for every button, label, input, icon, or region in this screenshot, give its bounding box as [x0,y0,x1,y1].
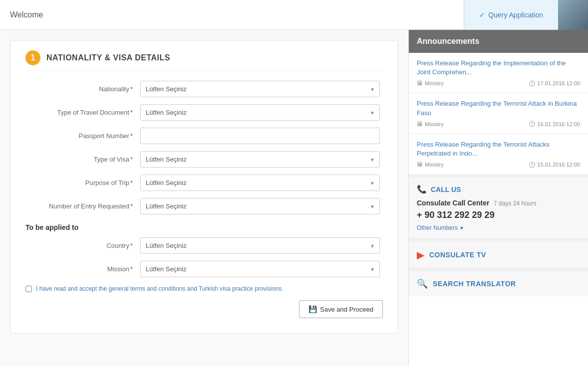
country-select[interactable]: Lütfen Seçiniz [140,237,380,254]
purpose-select-wrapper: Lütfen Seçiniz [140,175,380,191]
form-card: 1 NATIONALITY & VISA DETAILS Nationality… [10,40,398,334]
visa-type-label: Type of Visa* [25,156,140,163]
call-us-section: 📞 CALL US Consulate Call Center 7 days 2… [409,178,588,239]
passport-input[interactable] [140,128,380,144]
date-3: 🕐 15.01.2016 12:00 [529,162,580,168]
clock-icon-3: 🕐 [529,162,536,168]
announcement-item-1[interactable]: Press Release Regarding the Implementati… [409,53,588,93]
button-row: 💾 Save and Proceed [25,300,383,318]
query-application-tab[interactable]: ✓ Query Application [464,0,558,29]
nationality-select-wrapper: Lütfen Seçiniz [140,81,380,97]
main-layout: 1 NATIONALITY & VISA DETAILS Nationality… [0,30,588,366]
floppy-icon: 💾 [308,305,317,313]
search-translator-section[interactable]: 🔍 SEARCH TRANSLATOR [409,271,588,296]
ministry-icon-1: 🏛 [417,80,423,87]
clock-icon-1: 🕐 [529,80,536,87]
date-1: 🕐 17.01.2016 12:00 [529,80,580,87]
ministry-3: 🏛 Ministry [417,161,444,168]
welcome-label: Welcome [10,10,43,19]
hours-label: 7 days 24 hours [494,200,536,207]
query-label: Query Application [488,11,543,19]
date-label-3: 15.01.2016 12:00 [537,162,580,168]
mission-select[interactable]: Lütfen Seçiniz [140,261,380,277]
sidebar: Announcements Press Release Regarding th… [408,30,588,366]
country-row: Country* Lütfen Seçiniz [25,237,383,254]
terms-text: I have read and accept the general terms… [36,285,284,292]
mission-select-wrapper: Lütfen Seçiniz [140,261,380,277]
visa-type-select[interactable]: Lütfen Seçiniz [140,151,380,168]
entry-select-wrapper: Lütfen Seçiniz [140,198,380,214]
header-photo [558,0,588,30]
announcements-header: Announcements [409,30,588,53]
visa-type-select-wrapper: Lütfen Seçiniz [140,151,380,168]
passport-label: Passport Number* [25,132,140,140]
announcement-title-3: Press Release Regarding the Terrorist At… [417,140,580,158]
announcement-item-3[interactable]: Press Release Regarding the Terrorist At… [409,134,588,175]
terms-link[interactable]: I have read and accept the general terms… [36,285,284,292]
announcement-item-2[interactable]: Press Release Regarding the Terrorist At… [409,93,588,134]
date-2: 🕐 16.01.2016 12:00 [529,121,580,127]
entry-label: Number of Entry Requested* [25,202,140,210]
passport-row: Passport Number* [25,128,383,144]
ministry-label-3: Ministry [425,162,444,168]
travel-doc-row: Type of Travel Document* Lütfen Seçiniz [25,104,383,121]
entry-select[interactable]: Lütfen Seçiniz [140,198,380,214]
terms-checkbox[interactable] [25,286,32,292]
other-numbers-label: Other Numbers [417,224,458,231]
consulate-tv-label: CONSULATE TV [429,251,486,259]
date-label-2: 16.01.2016 12:00 [537,121,580,127]
other-numbers-link[interactable]: Other Numbers ▼ [417,224,580,231]
purpose-label: Purpose of Trip* [25,179,140,186]
country-label: Country* [25,242,140,249]
phone-number: + 90 312 292 29 29 [417,210,580,220]
announcement-meta-1: 🏛 Ministry 🕐 17.01.2016 12:00 [417,80,580,87]
header: Welcome ✓ Query Application [0,0,588,30]
announcements-title: Announcements [417,37,479,45]
clock-icon-2: 🕐 [529,121,536,127]
travel-doc-select[interactable]: Lütfen Seçiniz [140,104,380,121]
ministry-1: 🏛 Ministry [417,80,444,87]
announcement-title-1: Press Release Regarding the Implementati… [417,59,580,77]
announcement-title-2: Press Release Regarding the Terrorist At… [417,99,580,117]
section-header: 1 NATIONALITY & VISA DETAILS [25,50,383,71]
consulate-label: Consulate Call Center [417,199,489,207]
terms-checkbox-row: I have read and accept the general terms… [25,285,383,292]
section-number: 1 [25,50,40,65]
announcement-meta-3: 🏛 Ministry 🕐 15.01.2016 12:00 [417,161,580,168]
save-button-label: Save and Proceed [320,306,373,313]
welcome-text: Welcome [0,10,464,19]
date-label-1: 17.01.2016 12:00 [537,80,580,86]
check-icon: ✓ [479,11,485,19]
ministry-icon-2: 🏛 [417,121,423,128]
ministry-label-1: Ministry [425,80,444,86]
mission-label: Mission* [25,265,140,273]
dropdown-arrow-icon: ▼ [459,225,464,231]
form-area: 1 NATIONALITY & VISA DETAILS Nationality… [0,30,408,366]
nationality-label: Nationality* [25,85,140,93]
country-select-wrapper: Lütfen Seçiniz [140,237,380,254]
ministry-label-2: Ministry [425,121,444,127]
travel-doc-select-wrapper: Lütfen Seçiniz [140,104,380,121]
save-proceed-button[interactable]: 💾 Save and Proceed [299,300,383,318]
purpose-select[interactable]: Lütfen Seçiniz [140,175,380,191]
nationality-select[interactable]: Lütfen Seçiniz [140,81,380,97]
ministry-2: 🏛 Ministry [417,121,444,128]
search-translator-label: SEARCH TRANSLATOR [433,280,516,288]
ministry-icon-3: 🏛 [417,161,423,168]
mission-row: Mission* Lütfen Seçiniz [25,261,383,277]
consulate-call-center: Consulate Call Center 7 days 24 hours [417,199,580,207]
purpose-row: Purpose of Trip* Lütfen Seçiniz [25,175,383,191]
call-us-title: CALL US [431,185,461,193]
magnifier-icon: 🔍 [417,278,428,289]
nationality-row: Nationality* Lütfen Seçiniz [25,81,383,97]
phone-icon: 📞 [417,184,427,194]
call-us-header: 📞 CALL US [417,184,580,194]
entry-row: Number of Entry Requested* Lütfen Seçini… [25,198,383,214]
travel-doc-label: Type of Travel Document* [25,109,140,116]
to-be-applied-label: To be applied to [25,223,383,231]
section-title: NATIONALITY & VISA DETAILS [46,53,170,62]
announcement-meta-2: 🏛 Ministry 🕐 16.01.2016 12:00 [417,121,580,128]
youtube-icon: ▶ [417,249,424,261]
visa-type-row: Type of Visa* Lütfen Seçiniz [25,151,383,168]
consulate-tv-section[interactable]: ▶ CONSULATE TV [409,242,588,268]
